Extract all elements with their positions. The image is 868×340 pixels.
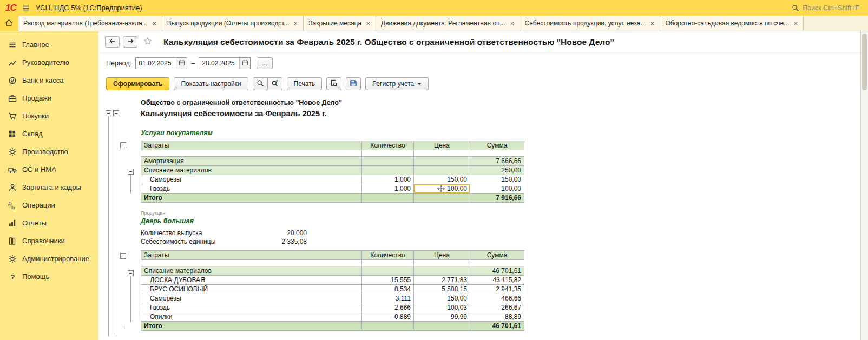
report-row[interactable]: Итого7 916,66: [141, 194, 524, 203]
report-row[interactable]: [141, 150, 524, 157]
report-cell[interactable]: [362, 194, 414, 203]
report-cell[interactable]: Опилки: [141, 312, 362, 322]
report-cell[interactable]: 1,000: [362, 175, 414, 184]
save-button[interactable]: [346, 77, 361, 90]
report-cell[interactable]: 266,67: [470, 303, 524, 312]
report-cell[interactable]: [362, 166, 414, 175]
report-cell[interactable]: [362, 157, 414, 166]
report-cell[interactable]: [414, 157, 470, 166]
report-cell[interactable]: [141, 150, 362, 157]
favorites-button[interactable]: [142, 37, 154, 47]
sidebar-item-help[interactable]: ?Помощь: [0, 268, 98, 285]
report-cell[interactable]: 0,534: [362, 285, 414, 294]
report-cell[interactable]: [414, 322, 470, 331]
global-search[interactable]: Поиск Ctrl+Shift+F: [792, 4, 863, 12]
sidebar-item-sales[interactable]: Продажи: [0, 89, 98, 107]
period-to-input[interactable]: [199, 59, 239, 67]
report-cell[interactable]: [414, 166, 470, 175]
tab-close-icon[interactable]: [510, 21, 515, 26]
sidebar-item-purchases[interactable]: Покупки: [0, 107, 98, 125]
vertical-scrollbar[interactable]: [860, 31, 868, 340]
collapse-group-button[interactable]: [120, 142, 126, 148]
collapse-group-button[interactable]: [106, 110, 111, 116]
generate-button[interactable]: Сформировать: [106, 77, 169, 90]
sidebar-item-operations[interactable]: ДтКтОперации: [0, 196, 98, 214]
sidebar-item-warehouse[interactable]: Склад: [0, 125, 98, 143]
report-cell[interactable]: 46 701,61: [470, 322, 524, 331]
sidebar-item-production[interactable]: Производство: [0, 143, 98, 161]
report-cell[interactable]: -88,89: [470, 312, 524, 322]
report-cell[interactable]: 2 941,35: [470, 285, 524, 294]
report-cell[interactable]: [414, 266, 470, 276]
report-cell[interactable]: Саморезы: [141, 175, 362, 184]
report-cell[interactable]: 15,555: [362, 276, 414, 285]
main-menu-icon[interactable]: [22, 4, 30, 12]
report-row[interactable]: Опилки-0,88999,99-88,89: [141, 312, 524, 322]
print-preview-button[interactable]: [326, 77, 341, 90]
collapse-group-button[interactable]: [113, 110, 119, 116]
report-row[interactable]: БРУС ОСИНОВЫЙ0,5345 508,152 941,35: [141, 285, 524, 294]
report-cell[interactable]: 2,666: [362, 303, 414, 312]
report-cell[interactable]: 5 508,15: [414, 285, 470, 294]
forward-button[interactable]: [123, 36, 137, 48]
report-cell[interactable]: [414, 194, 470, 203]
tab-close-icon[interactable]: [293, 21, 298, 26]
report-cell[interactable]: Амортизация: [141, 157, 362, 166]
report-cell[interactable]: [362, 322, 414, 331]
report-cell[interactable]: 100,03: [414, 303, 470, 312]
report-cell[interactable]: 150,00: [414, 175, 470, 184]
report-row[interactable]: Саморезы3,111150,00466,66: [141, 294, 524, 303]
tab[interactable]: Оборотно-сальдовая ведомость по сче...: [660, 16, 804, 31]
back-button[interactable]: [105, 36, 120, 48]
sidebar-item-references[interactable]: Справочники: [0, 232, 98, 250]
find-next-button[interactable]: [268, 77, 282, 90]
home-button[interactable]: [0, 16, 18, 31]
report-cell[interactable]: 43 115,82: [470, 276, 524, 285]
print-button[interactable]: Печать: [287, 77, 322, 90]
report-cell[interactable]: 46 701,61: [470, 266, 524, 276]
report-row[interactable]: Списание материалов46 701,61: [141, 266, 524, 276]
report-cell[interactable]: ДОСКА ДУБОВАЯ: [141, 276, 362, 285]
report-row[interactable]: Саморезы1,000150,00150,00: [141, 175, 524, 184]
sidebar-item-main[interactable]: Главное: [0, 36, 98, 54]
report-cell[interactable]: [470, 260, 524, 266]
report-cell[interactable]: 150,00: [470, 175, 524, 184]
report-cell[interactable]: 100,00: [414, 184, 470, 194]
collapse-group-button[interactable]: [128, 169, 134, 175]
report-cell[interactable]: Списание материалов: [141, 266, 362, 276]
tab[interactable]: Выпуск продукции (Отчеты производст...: [162, 16, 304, 31]
sidebar-item-payroll[interactable]: Зарплата и кадры: [0, 178, 98, 196]
report-cell[interactable]: Саморезы: [141, 294, 362, 303]
report-cell[interactable]: Итого: [141, 322, 362, 331]
report-row[interactable]: Списание материалов250,00: [141, 166, 524, 175]
report-cell[interactable]: Списание материалов: [141, 166, 362, 175]
report-cell[interactable]: 1,000: [362, 184, 414, 194]
tab-close-icon[interactable]: [793, 21, 798, 26]
report-cell[interactable]: -0,889: [362, 312, 414, 322]
report-row[interactable]: [141, 260, 524, 266]
report-row[interactable]: Амортизация7 666,66: [141, 157, 524, 166]
report-row[interactable]: Итого46 701,61: [141, 322, 524, 331]
register-button[interactable]: Регистр учета: [365, 77, 429, 90]
sidebar-item-manager[interactable]: Руководителю: [0, 54, 98, 71]
report-cell[interactable]: [414, 260, 470, 266]
sidebar-item-bank[interactable]: Банк и касса: [0, 71, 98, 89]
tab[interactable]: Расход материалов (Требования-накла...: [18, 16, 162, 31]
sidebar-item-administration[interactable]: Администрирование: [0, 250, 98, 268]
period-to-calendar-button[interactable]: [239, 58, 250, 69]
report-cell[interactable]: [470, 150, 524, 157]
collapse-group-button[interactable]: [128, 270, 134, 276]
tab[interactable]: Движения документа: Регламентная оп...: [376, 16, 520, 31]
sidebar-item-reports[interactable]: Отчеты: [0, 214, 98, 232]
report-cell[interactable]: Итого: [141, 194, 362, 203]
report-cell[interactable]: [141, 260, 362, 266]
find-button[interactable]: [253, 77, 268, 90]
period-from-calendar-button[interactable]: [176, 58, 187, 69]
report-cell[interactable]: 150,00: [414, 294, 470, 303]
collapse-group-button[interactable]: [120, 253, 126, 259]
report-cell[interactable]: 3,111: [362, 294, 414, 303]
report-cell[interactable]: [362, 260, 414, 266]
report-cell[interactable]: 250,00: [470, 166, 524, 175]
report-cell[interactable]: 7 916,66: [470, 194, 524, 203]
scrollbar-thumb[interactable]: [862, 34, 867, 90]
